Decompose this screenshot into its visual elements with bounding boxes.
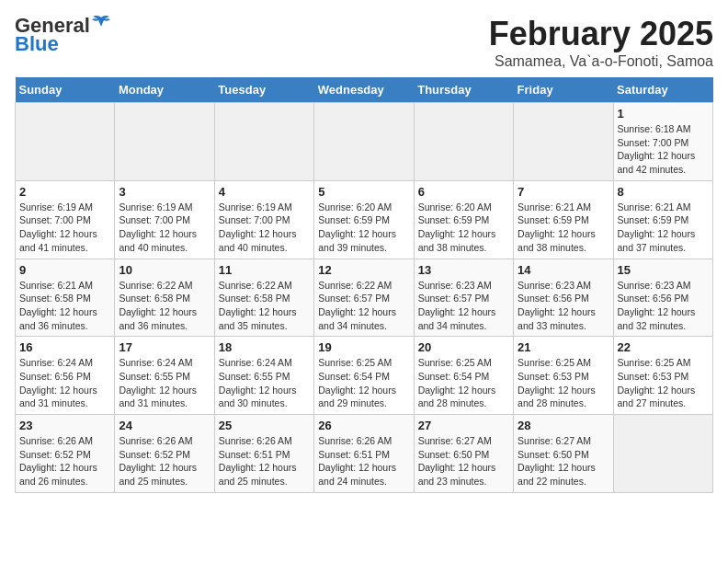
calendar-cell: 22Sunrise: 6:25 AM Sunset: 6:53 PM Dayli… xyxy=(613,337,712,415)
day-info: Sunrise: 6:19 AM Sunset: 7:00 PM Dayligh… xyxy=(219,201,310,255)
day-info: Sunrise: 6:22 AM Sunset: 6:58 PM Dayligh… xyxy=(119,279,210,333)
day-number: 26 xyxy=(318,419,409,432)
day-number: 11 xyxy=(219,263,310,277)
day-number: 14 xyxy=(518,263,609,277)
day-number: 22 xyxy=(618,340,709,354)
calendar-header: Sunday Monday Tuesday Wednesday Thursday… xyxy=(16,77,713,103)
day-number: 25 xyxy=(219,419,310,432)
calendar-cell: 6Sunrise: 6:20 AM Sunset: 6:59 PM Daylig… xyxy=(414,180,513,259)
day-number: 27 xyxy=(418,419,509,432)
calendar-cell: 28Sunrise: 6:27 AM Sunset: 6:50 PM Dayli… xyxy=(514,415,613,493)
calendar-cell: 26Sunrise: 6:26 AM Sunset: 6:51 PM Dayli… xyxy=(314,415,414,493)
day-number: 23 xyxy=(19,419,110,432)
day-info: Sunrise: 6:23 AM Sunset: 6:56 PM Dayligh… xyxy=(618,279,709,333)
calendar-cell: 14Sunrise: 6:23 AM Sunset: 6:56 PM Dayli… xyxy=(514,259,613,337)
logo-bird-icon xyxy=(91,14,111,34)
calendar-week-row: 2Sunrise: 6:19 AM Sunset: 7:00 PM Daylig… xyxy=(16,180,713,259)
header-tuesday: Tuesday xyxy=(214,77,313,103)
day-info: Sunrise: 6:21 AM Sunset: 6:58 PM Dayligh… xyxy=(19,279,110,333)
day-info: Sunrise: 6:18 AM Sunset: 7:00 PM Dayligh… xyxy=(618,122,709,177)
day-number: 5 xyxy=(318,185,409,199)
header-wednesday: Wednesday xyxy=(314,77,414,103)
calendar-cell xyxy=(314,103,414,181)
calendar-cell: 18Sunrise: 6:24 AM Sunset: 6:55 PM Dayli… xyxy=(214,337,313,415)
day-info: Sunrise: 6:26 AM Sunset: 6:52 PM Dayligh… xyxy=(19,434,110,488)
day-info: Sunrise: 6:26 AM Sunset: 6:52 PM Dayligh… xyxy=(119,434,210,488)
calendar-cell xyxy=(613,415,712,493)
calendar-week-row: 9Sunrise: 6:21 AM Sunset: 6:58 PM Daylig… xyxy=(16,259,713,337)
calendar-cell: 25Sunrise: 6:26 AM Sunset: 6:51 PM Dayli… xyxy=(214,415,313,493)
day-info: Sunrise: 6:22 AM Sunset: 6:57 PM Dayligh… xyxy=(318,279,409,333)
calendar-table: Sunday Monday Tuesday Wednesday Thursday… xyxy=(15,77,713,493)
calendar-cell: 23Sunrise: 6:26 AM Sunset: 6:52 PM Dayli… xyxy=(16,415,115,493)
calendar-cell xyxy=(414,103,513,181)
day-info: Sunrise: 6:25 AM Sunset: 6:54 PM Dayligh… xyxy=(318,356,409,410)
header: General Blue February 2025 Samamea, Va`a… xyxy=(15,15,713,70)
day-info: Sunrise: 6:25 AM Sunset: 6:54 PM Dayligh… xyxy=(418,356,509,410)
calendar-cell: 16Sunrise: 6:24 AM Sunset: 6:56 PM Dayli… xyxy=(16,337,115,415)
header-row: Sunday Monday Tuesday Wednesday Thursday… xyxy=(16,77,713,103)
calendar-cell: 13Sunrise: 6:23 AM Sunset: 6:57 PM Dayli… xyxy=(414,259,513,337)
day-number: 10 xyxy=(119,263,210,277)
header-monday: Monday xyxy=(115,77,214,103)
day-info: Sunrise: 6:27 AM Sunset: 6:50 PM Dayligh… xyxy=(518,434,609,488)
header-friday: Friday xyxy=(514,77,613,103)
day-number: 4 xyxy=(219,185,310,199)
calendar-cell: 15Sunrise: 6:23 AM Sunset: 6:56 PM Dayli… xyxy=(613,259,712,337)
calendar-week-row: 16Sunrise: 6:24 AM Sunset: 6:56 PM Dayli… xyxy=(16,337,713,415)
day-number: 3 xyxy=(119,185,210,199)
calendar-cell: 7Sunrise: 6:21 AM Sunset: 6:59 PM Daylig… xyxy=(514,180,613,259)
day-info: Sunrise: 6:21 AM Sunset: 6:59 PM Dayligh… xyxy=(618,201,709,255)
day-number: 8 xyxy=(618,185,709,199)
logo-blue-text: Blue xyxy=(15,33,59,55)
day-info: Sunrise: 6:25 AM Sunset: 6:53 PM Dayligh… xyxy=(518,356,609,410)
day-number: 20 xyxy=(418,340,509,354)
logo: General Blue xyxy=(15,15,111,55)
calendar-cell: 8Sunrise: 6:21 AM Sunset: 6:59 PM Daylig… xyxy=(613,180,712,259)
calendar-cell: 21Sunrise: 6:25 AM Sunset: 6:53 PM Dayli… xyxy=(514,337,613,415)
day-number: 24 xyxy=(119,419,210,432)
day-number: 18 xyxy=(219,340,310,354)
day-number: 7 xyxy=(518,185,609,199)
day-info: Sunrise: 6:20 AM Sunset: 6:59 PM Dayligh… xyxy=(418,201,509,255)
calendar-cell xyxy=(214,103,313,181)
day-info: Sunrise: 6:27 AM Sunset: 6:50 PM Dayligh… xyxy=(418,434,509,488)
day-info: Sunrise: 6:26 AM Sunset: 6:51 PM Dayligh… xyxy=(318,434,409,488)
calendar-cell: 11Sunrise: 6:22 AM Sunset: 6:58 PM Dayli… xyxy=(214,259,313,337)
day-info: Sunrise: 6:25 AM Sunset: 6:53 PM Dayligh… xyxy=(618,356,709,410)
day-number: 28 xyxy=(518,419,609,432)
header-saturday: Saturday xyxy=(613,77,712,103)
day-number: 15 xyxy=(618,263,709,277)
calendar-cell: 24Sunrise: 6:26 AM Sunset: 6:52 PM Dayli… xyxy=(115,415,214,493)
calendar-cell xyxy=(514,103,613,181)
day-info: Sunrise: 6:24 AM Sunset: 6:56 PM Dayligh… xyxy=(19,356,110,410)
calendar-cell: 12Sunrise: 6:22 AM Sunset: 6:57 PM Dayli… xyxy=(314,259,414,337)
day-info: Sunrise: 6:24 AM Sunset: 6:55 PM Dayligh… xyxy=(119,356,210,410)
day-number: 2 xyxy=(19,185,110,199)
header-sunday: Sunday xyxy=(16,77,115,103)
calendar-cell: 19Sunrise: 6:25 AM Sunset: 6:54 PM Dayli… xyxy=(314,337,414,415)
day-info: Sunrise: 6:19 AM Sunset: 7:00 PM Dayligh… xyxy=(19,201,110,255)
calendar-cell: 2Sunrise: 6:19 AM Sunset: 7:00 PM Daylig… xyxy=(16,180,115,259)
calendar-week-row: 23Sunrise: 6:26 AM Sunset: 6:52 PM Dayli… xyxy=(16,415,713,493)
calendar-cell: 1Sunrise: 6:18 AM Sunset: 7:00 PM Daylig… xyxy=(613,103,712,181)
day-info: Sunrise: 6:24 AM Sunset: 6:55 PM Dayligh… xyxy=(219,356,310,410)
day-info: Sunrise: 6:23 AM Sunset: 6:57 PM Dayligh… xyxy=(418,279,509,333)
calendar-cell: 10Sunrise: 6:22 AM Sunset: 6:58 PM Dayli… xyxy=(115,259,214,337)
calendar-cell xyxy=(115,103,214,181)
day-number: 12 xyxy=(318,263,409,277)
calendar-cell: 20Sunrise: 6:25 AM Sunset: 6:54 PM Dayli… xyxy=(414,337,513,415)
day-number: 16 xyxy=(19,340,110,354)
day-number: 21 xyxy=(518,340,609,354)
day-info: Sunrise: 6:20 AM Sunset: 6:59 PM Dayligh… xyxy=(318,201,409,255)
day-number: 6 xyxy=(418,185,509,199)
calendar-cell xyxy=(16,103,115,181)
day-info: Sunrise: 6:19 AM Sunset: 7:00 PM Dayligh… xyxy=(119,201,210,255)
calendar-cell: 3Sunrise: 6:19 AM Sunset: 7:00 PM Daylig… xyxy=(115,180,214,259)
calendar-cell: 17Sunrise: 6:24 AM Sunset: 6:55 PM Dayli… xyxy=(115,337,214,415)
page-subtitle: Samamea, Va`a-o-Fonoti, Samoa xyxy=(489,53,713,70)
header-thursday: Thursday xyxy=(414,77,513,103)
page-title: February 2025 xyxy=(489,15,713,53)
calendar-cell: 9Sunrise: 6:21 AM Sunset: 6:58 PM Daylig… xyxy=(16,259,115,337)
calendar-week-row: 1Sunrise: 6:18 AM Sunset: 7:00 PM Daylig… xyxy=(16,103,713,181)
